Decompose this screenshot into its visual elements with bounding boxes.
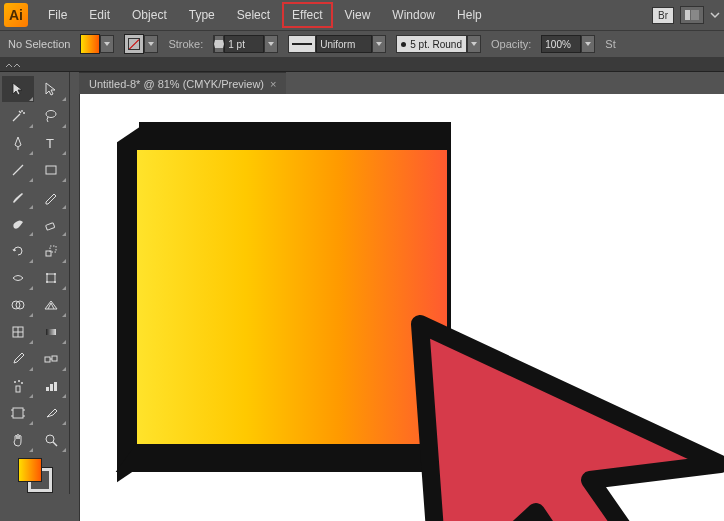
svg-point-12	[46, 281, 48, 283]
chevron-down-icon[interactable]	[710, 10, 720, 20]
svg-rect-21	[52, 356, 57, 361]
close-tab-icon[interactable]: ×	[270, 78, 276, 90]
svg-rect-19	[46, 329, 56, 335]
selection-status: No Selection	[8, 38, 70, 50]
tool-direct-selection[interactable]	[35, 76, 67, 102]
tools-panel: T	[0, 72, 70, 494]
tool-mesh[interactable]	[2, 319, 34, 345]
menu-bar: Ai File Edit Object Type Select Effect V…	[0, 0, 724, 30]
tool-line[interactable]	[2, 157, 34, 183]
stroke-swatch[interactable]	[124, 34, 144, 54]
svg-point-23	[14, 381, 16, 383]
svg-point-11	[54, 273, 56, 275]
menu-select[interactable]: Select	[227, 2, 280, 28]
svg-rect-9	[47, 274, 55, 282]
svg-point-25	[21, 382, 23, 384]
tool-pen[interactable]	[2, 130, 34, 156]
tool-symbol-sprayer[interactable]	[2, 373, 34, 399]
brush-profile-label: 5 pt. Round	[410, 39, 462, 50]
tool-blob-brush[interactable]	[2, 211, 34, 237]
tool-eyedropper[interactable]	[2, 346, 34, 372]
tool-shape-builder[interactable]	[2, 292, 34, 318]
tool-perspective-grid[interactable]	[35, 292, 67, 318]
app-logo: Ai	[4, 3, 28, 27]
stroke-profile-preview	[288, 35, 316, 53]
svg-point-24	[18, 380, 20, 382]
style-label: St	[605, 38, 615, 50]
stroke-style-field[interactable]: Uniform	[316, 35, 372, 53]
opacity-dropdown[interactable]	[581, 35, 595, 53]
svg-rect-28	[54, 382, 57, 391]
opacity-label: Opacity:	[491, 38, 531, 50]
tool-blend[interactable]	[35, 346, 67, 372]
artboard[interactable]	[79, 94, 724, 521]
canvas-area	[79, 94, 724, 521]
panel-collapse-strip[interactable]	[0, 58, 724, 72]
document-tab[interactable]: Untitled-8* @ 81% (CMYK/Preview) ×	[79, 72, 286, 94]
tool-rectangle[interactable]	[35, 157, 67, 183]
menu-window[interactable]: Window	[382, 2, 445, 28]
document-tabs: Untitled-8* @ 81% (CMYK/Preview) ×	[79, 72, 286, 94]
tool-pencil[interactable]	[35, 184, 67, 210]
tool-width[interactable]	[2, 265, 34, 291]
tool-zoom[interactable]	[35, 427, 67, 453]
fill-dropdown[interactable]	[100, 35, 114, 53]
svg-point-13	[54, 281, 56, 283]
tool-slice[interactable]	[35, 400, 67, 426]
menu-edit[interactable]: Edit	[79, 2, 120, 28]
tool-magic-wand[interactable]	[2, 103, 34, 129]
document-tab-title: Untitled-8* @ 81% (CMYK/Preview)	[89, 78, 264, 90]
svg-point-30	[46, 435, 54, 443]
tool-scale[interactable]	[35, 238, 67, 264]
stroke-label: Stroke:	[168, 38, 203, 50]
svg-point-10	[46, 273, 48, 275]
svg-rect-22	[16, 386, 20, 392]
menu-help[interactable]: Help	[447, 2, 492, 28]
tool-selection[interactable]	[2, 76, 34, 102]
tool-paintbrush[interactable]	[2, 184, 34, 210]
svg-line-4	[13, 165, 23, 175]
tool-lasso[interactable]	[35, 103, 67, 129]
tool-eraser[interactable]	[35, 211, 67, 237]
menu-file[interactable]: File	[38, 2, 77, 28]
svg-rect-20	[45, 357, 50, 362]
stroke-style-dropdown[interactable]	[372, 35, 386, 53]
menu-view[interactable]: View	[335, 2, 381, 28]
options-bar: No Selection Stroke: 1 pt Uniform 5 pt. …	[0, 30, 724, 58]
tool-rotate[interactable]	[2, 238, 34, 264]
opacity-field[interactable]: 100%	[541, 35, 581, 53]
tool-artboard[interactable]	[2, 400, 34, 426]
svg-rect-29	[13, 408, 23, 418]
workspace-switcher[interactable]	[680, 6, 704, 24]
bridge-button[interactable]: Br	[652, 7, 674, 24]
menu-effect[interactable]: Effect	[282, 2, 332, 28]
fill-stroke-control[interactable]	[18, 458, 52, 492]
stroke-weight-dropdown[interactable]	[264, 35, 278, 53]
cursor-overlay-icon	[380, 304, 724, 521]
svg-text:T: T	[46, 136, 54, 151]
svg-line-31	[53, 442, 57, 446]
stroke-weight-field[interactable]: 1 pt	[224, 35, 264, 53]
fill-color-box[interactable]	[18, 458, 42, 482]
svg-rect-5	[46, 166, 56, 174]
svg-rect-26	[46, 387, 49, 391]
tool-type[interactable]: T	[35, 130, 67, 156]
tool-column-graph[interactable]	[35, 373, 67, 399]
tool-free-transform[interactable]	[35, 265, 67, 291]
svg-rect-0	[685, 10, 690, 20]
menu-type[interactable]: Type	[179, 2, 225, 28]
svg-rect-1	[691, 10, 699, 20]
tool-gradient[interactable]	[35, 319, 67, 345]
brush-profile-button[interactable]: 5 pt. Round	[396, 35, 467, 53]
stroke-dropdown[interactable]	[144, 35, 158, 53]
brush-profile-dropdown[interactable]	[467, 35, 481, 53]
menu-object[interactable]: Object	[122, 2, 177, 28]
fill-swatch[interactable]	[80, 34, 100, 54]
tool-hand[interactable]	[2, 427, 34, 453]
svg-point-2	[46, 111, 56, 118]
svg-rect-27	[50, 384, 53, 391]
svg-rect-6	[46, 223, 55, 230]
